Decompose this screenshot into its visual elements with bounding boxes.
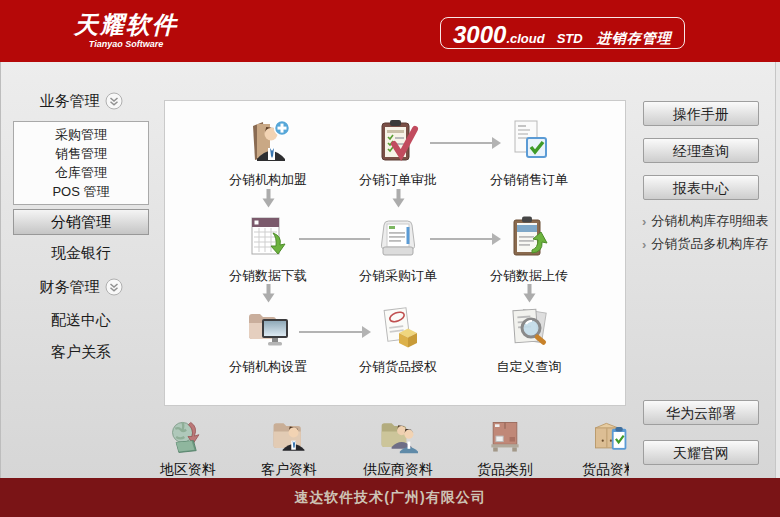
business-submenu: 采购管理 销售管理 仓库管理 POS 管理 bbox=[13, 121, 149, 205]
region-data-icon bbox=[168, 417, 208, 457]
goods-data-icon bbox=[590, 417, 629, 457]
sidebar-item-finance[interactable]: 财务管理 bbox=[1, 277, 161, 297]
purchase-order-icon bbox=[372, 213, 424, 261]
sidebar-item-crm-label: 客户关系 bbox=[51, 343, 111, 362]
workflow-node-purchase-order[interactable]: 分销采购订单 bbox=[338, 213, 458, 285]
product-edition: STD bbox=[557, 31, 583, 46]
sidebar-item-cash-bank[interactable]: 现金银行 bbox=[1, 243, 161, 263]
workflow-node-label: 分销机构加盟 bbox=[208, 171, 328, 189]
sidebar-item-pos[interactable]: POS 管理 bbox=[14, 182, 148, 201]
arrow-down-icon bbox=[262, 189, 275, 208]
master-data-label: 供应商资料 bbox=[350, 461, 446, 478]
report-link-goods-multi-branch[interactable]: › 分销货品多机构库存 bbox=[642, 235, 776, 253]
app-window: 天耀软件 Tianyao Software 3000 .cloud STD 进销… bbox=[0, 0, 780, 517]
brand-logo: 天耀软件 Tianyao Software bbox=[74, 12, 178, 49]
report-link-label: 分销机构库存明细表 bbox=[651, 212, 768, 230]
branch-join-icon bbox=[242, 117, 294, 165]
report-link-branch-inventory[interactable]: › 分销机构库存明细表 bbox=[642, 212, 776, 230]
sidebar-item-delivery[interactable]: 配送中心 bbox=[1, 310, 161, 330]
workflow-node-custom-query[interactable]: 自定义查询 bbox=[469, 304, 589, 376]
data-download-icon bbox=[242, 213, 294, 261]
arrow-down-icon bbox=[523, 284, 536, 303]
product-number: 3000 bbox=[453, 21, 506, 49]
sidebar-item-crm[interactable]: 客户关系 bbox=[1, 342, 161, 362]
product-module: 进销存管理 bbox=[597, 30, 672, 48]
workflow-node-label: 分销数据下载 bbox=[208, 267, 328, 285]
official-site-button[interactable]: 天耀官网 bbox=[643, 440, 759, 465]
arrow-right-icon bbox=[430, 137, 500, 149]
workflow-node-label: 分销货品授权 bbox=[338, 358, 458, 376]
workflow-node-label: 分销订单审批 bbox=[338, 171, 458, 189]
huawei-cloud-button[interactable]: 华为云部署 bbox=[643, 400, 759, 425]
brand-title: 天耀软件 bbox=[74, 12, 178, 38]
master-data-label: 地区资料 bbox=[140, 461, 236, 478]
data-upload-icon bbox=[503, 213, 555, 261]
report-center-button[interactable]: 报表中心 bbox=[643, 175, 759, 200]
master-data-goods-category[interactable]: 货品类别 bbox=[457, 417, 553, 478]
workflow-node-sales-order[interactable]: 分销销售订单 bbox=[469, 117, 589, 189]
chevron-right-icon: › bbox=[642, 237, 646, 252]
app-header: 天耀软件 Tianyao Software 3000 .cloud STD 进销… bbox=[0, 0, 780, 62]
company-name: 速达软件技术(广州)有限公司 bbox=[294, 489, 485, 507]
order-approve-icon bbox=[372, 117, 424, 165]
arrow-right-icon bbox=[430, 233, 500, 245]
master-data-customer[interactable]: 客户资料 bbox=[241, 417, 337, 478]
sidebar-item-delivery-label: 配送中心 bbox=[51, 311, 111, 330]
double-chevron-down-icon[interactable] bbox=[105, 278, 123, 296]
workflow-panel: 分销机构加盟 分销订单审批 bbox=[164, 100, 626, 406]
supplier-data-icon bbox=[378, 417, 418, 457]
master-data-bar: 地区资料 客户资料 bbox=[1, 415, 629, 478]
workflow-node-goods-authorize[interactable]: 分销货品授权 bbox=[338, 304, 458, 376]
sidebar-item-warehouse[interactable]: 仓库管理 bbox=[14, 163, 148, 182]
master-data-label: 客户资料 bbox=[241, 461, 337, 478]
workflow-node-order-approve[interactable]: 分销订单审批 bbox=[338, 117, 458, 189]
main-area: 业务管理 采购管理 销售管理 仓库管理 POS 管理 分销管理 现金银行 财务管… bbox=[0, 62, 780, 478]
master-data-label: 货品资料 bbox=[562, 461, 629, 478]
customer-data-icon bbox=[269, 417, 309, 457]
sidebar-item-sales[interactable]: 销售管理 bbox=[14, 144, 148, 163]
workflow-node-data-download[interactable]: 分销数据下载 bbox=[208, 213, 328, 285]
workflow-node-label: 分销销售订单 bbox=[469, 171, 589, 189]
workflow-node-label: 自定义查询 bbox=[469, 358, 589, 376]
double-chevron-down-icon[interactable] bbox=[105, 92, 123, 110]
sidebar-item-finance-label: 财务管理 bbox=[40, 278, 100, 297]
product-badge: 3000 .cloud STD 进销存管理 bbox=[440, 17, 685, 49]
workflow-node-label: 分销数据上传 bbox=[469, 267, 589, 285]
master-data-label: 货品类别 bbox=[457, 461, 553, 478]
arrow-down-icon bbox=[262, 284, 275, 303]
sidebar-item-purchase[interactable]: 采购管理 bbox=[14, 125, 148, 144]
master-data-supplier[interactable]: 供应商资料 bbox=[350, 417, 446, 478]
sidebar-item-cash-bank-label: 现金银行 bbox=[51, 244, 111, 263]
workflow-node-label: 分销机构设置 bbox=[208, 358, 328, 376]
brand-subtitle: Tianyao Software bbox=[74, 39, 178, 49]
arrow-right-icon bbox=[299, 233, 370, 245]
right-gutter bbox=[776, 62, 780, 478]
chevron-right-icon: › bbox=[642, 214, 646, 229]
workflow-node-data-upload[interactable]: 分销数据上传 bbox=[469, 213, 589, 285]
manager-query-button[interactable]: 经理查询 bbox=[643, 138, 759, 163]
arrow-down-icon bbox=[392, 189, 405, 208]
goods-authorize-icon bbox=[372, 304, 424, 352]
master-data-goods[interactable]: 货品资料 bbox=[562, 417, 629, 478]
sidebar-item-distribution-selected[interactable]: 分销管理 bbox=[13, 209, 149, 235]
sidebar-group-business[interactable]: 业务管理 bbox=[1, 90, 161, 112]
app-footer: 速达软件技术(广州)有限公司 bbox=[0, 478, 780, 517]
sidebar-group-business-label: 业务管理 bbox=[40, 92, 100, 111]
workflow-node-branch-join[interactable]: 分销机构加盟 bbox=[208, 117, 328, 189]
master-data-region[interactable]: 地区资料 bbox=[140, 417, 236, 478]
workflow-node-branch-settings[interactable]: 分销机构设置 bbox=[208, 304, 328, 376]
custom-query-icon bbox=[503, 304, 555, 352]
branch-settings-icon bbox=[242, 304, 294, 352]
goods-category-icon bbox=[485, 417, 525, 457]
arrow-right-icon bbox=[299, 326, 370, 338]
workflow-node-label: 分销采购订单 bbox=[338, 267, 458, 285]
manual-button[interactable]: 操作手册 bbox=[643, 101, 759, 126]
sales-order-icon bbox=[503, 117, 555, 165]
report-link-label: 分销货品多机构库存 bbox=[651, 235, 768, 253]
product-domain: .cloud bbox=[506, 31, 544, 46]
